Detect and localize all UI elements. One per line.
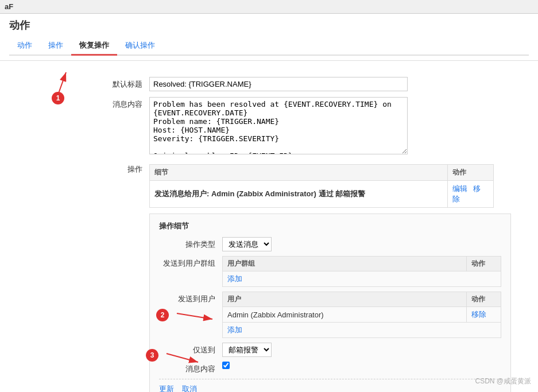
watermark: CSDN @咸蛋黄派 (475, 377, 531, 386)
page-title: 动作 (9, 18, 529, 32)
op-col-action: 动作 (448, 165, 494, 181)
inline-update-link[interactable]: 更新 (159, 384, 174, 392)
message-content-label: 消息内容 (103, 97, 149, 110)
op-type-label: 操作类型 (159, 237, 222, 250)
usergroup-table: 用户群组 动作 添加 (222, 256, 501, 287)
user-remove-link[interactable]: 移除 (471, 310, 486, 319)
tab-operation[interactable]: 操作 (40, 37, 71, 56)
table-row: 发送消息给用户: Admin (Zabbix Administrator) 通过… (150, 181, 494, 208)
send-to-label: 仅送到 (159, 343, 222, 355)
message-checkbox-label: 消息内容 (159, 362, 222, 374)
default-title-input[interactable] (149, 77, 408, 91)
op-col-detail: 细节 (150, 165, 448, 181)
default-title-row: 默认标题 (103, 77, 527, 91)
tab-confirm[interactable]: 确认操作 (117, 37, 163, 56)
operation-detail-section: 操作细节 操作类型 发送消息 发送到用户群组 用户群组 动作 (149, 214, 511, 392)
top-bar: aF (0, 0, 538, 14)
table-row: Admin (Zabbix Administrator) 移除 (223, 307, 501, 323)
add-user-link[interactable]: 添加 (227, 325, 242, 334)
section-title: 操作细节 (159, 221, 501, 231)
top-bar-label: aF (5, 2, 13, 11)
table-row: 添加 (223, 271, 501, 287)
tabs-container: 动作 操作 恢复操作 确认操作 (9, 37, 529, 56)
add-usergroup-link[interactable]: 添加 (227, 274, 242, 283)
usergroup-col1: 用户群组 (223, 257, 467, 271)
operations-section: 操作 细节 动作 发送消息给用户: Admin (Zabbix Administ… (103, 162, 527, 208)
annotation-2: 2 (156, 309, 169, 321)
op-type-select[interactable]: 发送消息 (222, 237, 272, 251)
send-user-row: 发送到用户 用户 动作 Admin (Zabbix Administrator) (159, 292, 501, 338)
inline-action-row: 更新 取消 (159, 379, 501, 392)
annotation-1: 1 (52, 92, 64, 104)
send-usergroup-label: 发送到用户群组 (159, 256, 222, 269)
op-detail-cell: 发送消息给用户: Admin (Zabbix Administrator) 通过… (150, 181, 448, 208)
send-usergroup-row: 发送到用户群组 用户群组 动作 添加 (159, 256, 501, 287)
send-to-row: 仅送到 邮箱报警 (159, 343, 501, 357)
default-title-label: 默认标题 (103, 77, 149, 90)
operations-table: 细节 动作 发送消息给用户: Admin (Zabbix Administrat… (149, 164, 494, 208)
message-checkbox-row: 消息内容 (159, 362, 501, 374)
usergroup-col2: 动作 (467, 257, 501, 271)
table-row: 添加 (223, 323, 501, 338)
inline-cancel-link[interactable]: 取消 (182, 384, 197, 392)
operations-label: 操作 (103, 162, 149, 174)
annotation-3: 3 (146, 349, 158, 362)
user-table: 用户 动作 Admin (Zabbix Administrator) 移除 (222, 292, 501, 338)
user-col2: 动作 (467, 292, 501, 307)
message-content-input[interactable]: Problem has been resolved at {EVENT.RECO… (149, 97, 408, 154)
tab-action[interactable]: 动作 (9, 37, 40, 56)
send-user-label: 发送到用户 (159, 292, 222, 304)
send-to-select[interactable]: 邮箱报警 (222, 343, 272, 357)
user-col1: 用户 (223, 292, 467, 307)
user-name-cell: Admin (Zabbix Administrator) (223, 307, 467, 323)
tab-recovery[interactable]: 恢复操作 (71, 37, 117, 56)
op-action-cell: 编辑 移除 (448, 181, 494, 208)
op-edit-link[interactable]: 编辑 (452, 184, 467, 193)
op-type-row: 操作类型 发送消息 (159, 237, 501, 251)
message-content-row: 消息内容 Problem has been resolved at {EVENT… (103, 97, 527, 156)
message-checkbox[interactable] (222, 362, 230, 369)
